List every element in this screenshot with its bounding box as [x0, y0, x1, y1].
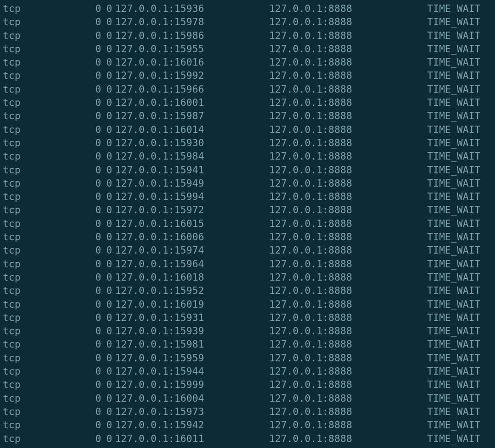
local-address-cell: 127.0.0.1:16016: [115, 55, 269, 69]
local-address-cell: 127.0.0.1:15986: [115, 29, 269, 42]
recvq-cell: 0: [52, 109, 101, 122]
peer-address-cell: 127.0.0.1:8888: [269, 311, 427, 324]
connection-row: tcp00127.0.0.1:15981127.0.0.1:8888TIME_W…: [3, 337, 495, 351]
peer-address-cell: 127.0.0.1:8888: [269, 405, 427, 418]
proto-cell: tcp: [3, 136, 52, 149]
recvq-cell: 0: [52, 324, 101, 337]
state-cell: TIME_WAIT: [427, 311, 481, 324]
recvq-cell: 0: [52, 42, 101, 55]
proto-cell: tcp: [3, 217, 52, 230]
state-cell: TIME_WAIT: [427, 163, 481, 177]
recvq-cell: 0: [52, 149, 101, 163]
connection-row: tcp00127.0.0.1:15941127.0.0.1:8888TIME_W…: [3, 163, 495, 177]
terminal-output[interactable]: tcp00127.0.0.1:15936127.0.0.1:8888TIME_W…: [0, 0, 495, 445]
state-cell: TIME_WAIT: [427, 217, 481, 230]
sendq-cell: 0: [101, 109, 112, 122]
connection-row: tcp00127.0.0.1:16004127.0.0.1:8888TIME_W…: [3, 392, 495, 405]
connection-row: tcp00127.0.0.1:15978127.0.0.1:8888TIME_W…: [3, 15, 495, 28]
state-cell: TIME_WAIT: [427, 298, 481, 311]
local-address-cell: 127.0.0.1:15930: [115, 136, 269, 149]
peer-address-cell: 127.0.0.1:8888: [269, 83, 427, 96]
local-address-cell: 127.0.0.1:15974: [115, 243, 269, 257]
peer-address-cell: 127.0.0.1:8888: [269, 230, 427, 243]
local-address-cell: 127.0.0.1:15949: [115, 177, 269, 190]
proto-cell: tcp: [3, 324, 52, 337]
sendq-cell: 0: [101, 284, 112, 297]
state-cell: TIME_WAIT: [427, 55, 481, 69]
peer-address-cell: 127.0.0.1:8888: [269, 163, 427, 177]
local-address-cell: 127.0.0.1:15981: [115, 337, 269, 351]
peer-address-cell: 127.0.0.1:8888: [269, 378, 427, 391]
local-address-cell: 127.0.0.1:15964: [115, 257, 269, 271]
proto-cell: tcp: [3, 271, 52, 284]
state-cell: TIME_WAIT: [427, 284, 481, 297]
proto-cell: tcp: [3, 96, 52, 109]
state-cell: TIME_WAIT: [427, 69, 481, 82]
recvq-cell: 0: [52, 271, 101, 284]
state-cell: TIME_WAIT: [427, 2, 481, 15]
sendq-cell: 0: [101, 405, 112, 418]
connection-row: tcp00127.0.0.1:15974127.0.0.1:8888TIME_W…: [3, 243, 495, 257]
connection-row: tcp00127.0.0.1:15952127.0.0.1:8888TIME_W…: [3, 284, 495, 297]
recvq-cell: 0: [52, 163, 101, 177]
local-address-cell: 127.0.0.1:15959: [115, 351, 269, 365]
state-cell: TIME_WAIT: [427, 243, 481, 257]
connection-row: tcp00127.0.0.1:16011127.0.0.1:8888TIME_W…: [3, 432, 495, 445]
proto-cell: tcp: [3, 123, 52, 136]
sendq-cell: 0: [101, 177, 112, 190]
recvq-cell: 0: [52, 190, 101, 203]
peer-address-cell: 127.0.0.1:8888: [269, 2, 427, 15]
peer-address-cell: 127.0.0.1:8888: [269, 243, 427, 257]
recvq-cell: 0: [52, 96, 101, 109]
recvq-cell: 0: [52, 136, 101, 149]
sendq-cell: 0: [101, 55, 112, 69]
connection-row: tcp00127.0.0.1:15949127.0.0.1:8888TIME_W…: [3, 177, 495, 190]
proto-cell: tcp: [3, 15, 52, 28]
state-cell: TIME_WAIT: [427, 230, 481, 243]
local-address-cell: 127.0.0.1:16006: [115, 230, 269, 243]
recvq-cell: 0: [52, 2, 101, 15]
peer-address-cell: 127.0.0.1:8888: [269, 69, 427, 82]
connection-row: tcp00127.0.0.1:15973127.0.0.1:8888TIME_W…: [3, 405, 495, 418]
local-address-cell: 127.0.0.1:15972: [115, 203, 269, 216]
local-address-cell: 127.0.0.1:15987: [115, 109, 269, 122]
state-cell: TIME_WAIT: [427, 203, 481, 216]
proto-cell: tcp: [3, 284, 52, 297]
sendq-cell: 0: [101, 257, 112, 271]
state-cell: TIME_WAIT: [427, 42, 481, 55]
state-cell: TIME_WAIT: [427, 123, 481, 136]
peer-address-cell: 127.0.0.1:8888: [269, 284, 427, 297]
local-address-cell: 127.0.0.1:16014: [115, 123, 269, 136]
proto-cell: tcp: [3, 405, 52, 418]
state-cell: TIME_WAIT: [427, 337, 481, 351]
sendq-cell: 0: [101, 324, 112, 337]
recvq-cell: 0: [52, 298, 101, 311]
local-address-cell: 127.0.0.1:15941: [115, 163, 269, 177]
proto-cell: tcp: [3, 257, 52, 271]
sendq-cell: 0: [101, 271, 112, 284]
connection-row: tcp00127.0.0.1:15992127.0.0.1:8888TIME_W…: [3, 69, 495, 82]
state-cell: TIME_WAIT: [427, 378, 481, 391]
proto-cell: tcp: [3, 163, 52, 177]
sendq-cell: 0: [101, 83, 112, 96]
connection-row: tcp00127.0.0.1:15939127.0.0.1:8888TIME_W…: [3, 324, 495, 337]
connection-row: tcp00127.0.0.1:15987127.0.0.1:8888TIME_W…: [3, 109, 495, 122]
connection-row: tcp00127.0.0.1:15964127.0.0.1:8888TIME_W…: [3, 257, 495, 271]
sendq-cell: 0: [101, 69, 112, 82]
local-address-cell: 127.0.0.1:15952: [115, 284, 269, 297]
recvq-cell: 0: [52, 392, 101, 405]
proto-cell: tcp: [3, 55, 52, 69]
proto-cell: tcp: [3, 392, 52, 405]
peer-address-cell: 127.0.0.1:8888: [269, 298, 427, 311]
local-address-cell: 127.0.0.1:15999: [115, 378, 269, 391]
local-address-cell: 127.0.0.1:15992: [115, 69, 269, 82]
peer-address-cell: 127.0.0.1:8888: [269, 29, 427, 42]
peer-address-cell: 127.0.0.1:8888: [269, 257, 427, 271]
recvq-cell: 0: [52, 123, 101, 136]
proto-cell: tcp: [3, 149, 52, 163]
sendq-cell: 0: [101, 29, 112, 42]
proto-cell: tcp: [3, 230, 52, 243]
local-address-cell: 127.0.0.1:16004: [115, 392, 269, 405]
peer-address-cell: 127.0.0.1:8888: [269, 203, 427, 216]
local-address-cell: 127.0.0.1:15966: [115, 83, 269, 96]
